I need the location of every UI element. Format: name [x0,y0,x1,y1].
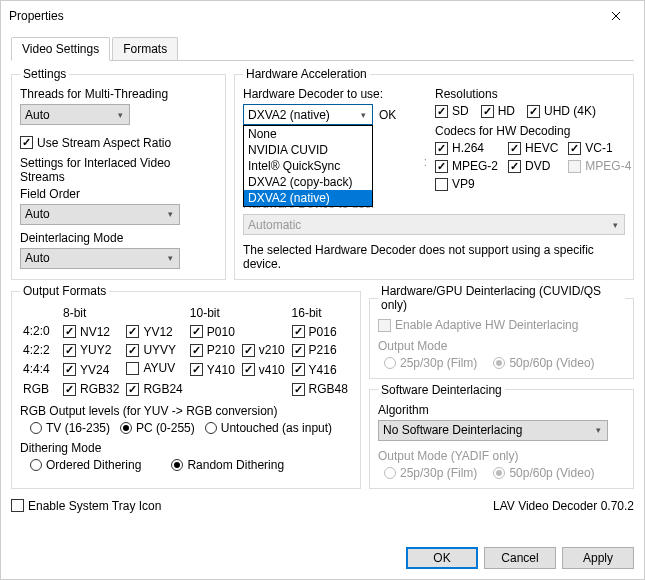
sw-deint-25p-radio: 25p/30p (Film) [384,466,477,480]
codec-vc1-checkbox[interactable]: VC-1 [568,141,631,155]
hw-accel-group: Hardware Acceleration Hardware Decoder t… [234,67,634,280]
chevron-down-icon: ▾ [163,253,177,263]
sw-deint-group: Software Deinterlacing Algorithm No Soft… [369,383,634,489]
hw-deint-adaptive-checkbox: Enable Adaptive HW Deinterlacing [378,318,578,332]
properties-dialog: Properties Video Settings Formats Settin… [0,0,645,580]
hw-deint-25p-radio: 25p/30p (Film) [384,356,477,370]
fmt-uyvy[interactable]: UYVY [126,343,176,357]
tab-bar: Video Settings Formats [11,37,634,61]
codec-hevc-checkbox[interactable]: HEVC [508,141,558,155]
resolutions-legend: Resolutions [435,87,625,101]
fmt-rgb24[interactable]: RGB24 [126,382,182,396]
hw-decoder-opt-dxva2cb[interactable]: DXVA2 (copy-back) [244,174,372,190]
codec-dvd-checkbox[interactable]: DVD [508,159,558,173]
chevron-down-icon: ▾ [356,110,370,120]
hw-decoder-opt-cuvid[interactable]: NVIDIA CUVID [244,142,372,158]
codec-mpeg2-checkbox[interactable]: MPEG-2 [435,159,498,173]
output-legend: Output Formats [20,284,109,298]
hw-deint-output-mode-label: Output Mode [378,339,625,353]
codecs-legend: Codecs for HW Decoding [435,124,625,138]
fmt-p016[interactable]: P016 [292,325,337,339]
fmt-y416[interactable]: Y416 [292,363,337,377]
sw-deint-legend: Software Deinterlacing [378,383,505,397]
hw-deint-legend: Hardware/GPU Deinterlacing (CUVID/QS onl… [378,284,625,312]
fmt-yv12[interactable]: YV12 [126,325,172,339]
chevron-down-icon: ▾ [113,110,127,120]
hw-decoder-dropdown: None NVIDIA CUVID Intel® QuickSync DXVA2… [243,125,373,207]
threads-label: Threads for Multi-Threading [20,87,217,101]
rgb-levels-label: RGB Output levels (for YUV -> RGB conver… [20,404,352,418]
codec-vp9-checkbox[interactable]: VP9 [435,177,498,191]
rgb-pc-radio[interactable]: PC (0-255) [120,421,195,435]
field-order-combo[interactable]: Auto ▾ [20,204,180,225]
hw-decoder-opt-dxva2n[interactable]: DXVA2 (native) [244,190,372,206]
hw-device-note: The selected Hardware Decoder does not s… [243,243,625,271]
fmt-v410[interactable]: v410 [242,363,285,377]
close-button[interactable] [596,2,636,30]
dither-ordered-radio[interactable]: Ordered Dithering [30,458,141,472]
cancel-button[interactable]: Cancel [484,547,556,569]
fmt-v210[interactable]: v210 [242,343,285,357]
hw-deint-50p-radio: 50p/60p (Video) [493,356,594,370]
fmt-yuy2[interactable]: YUY2 [63,343,111,357]
fmt-ayuv[interactable]: AYUV [126,361,175,375]
hw-legend: Hardware Acceleration [243,67,370,81]
hw-device-combo: Automatic ▾ [243,214,625,235]
sw-algo-label: Algorithm [378,403,625,417]
fmt-p210[interactable]: P210 [190,343,235,357]
codec-h264-checkbox[interactable]: H.264 [435,141,498,155]
settings-group: Settings Threads for Multi-Threading Aut… [11,67,226,280]
fmt-rgb32[interactable]: RGB32 [63,382,119,396]
fmt-p216[interactable]: P216 [292,343,337,357]
interlaced-settings-label: Settings for Interlaced Video Streams [20,156,217,184]
tray-icon-checkbox[interactable]: Enable System Tray Icon [11,499,161,513]
chevron-down-icon: ▾ [591,425,605,435]
deint-mode-label: Deinterlacing Mode [20,231,217,245]
threads-combo[interactable]: Auto ▾ [20,104,130,125]
res-uhd-checkbox[interactable]: UHD (4K) [527,104,596,118]
sw-deint-50p-radio: 50p/60p (Video) [493,466,594,480]
dither-label: Dithering Mode [20,441,352,455]
rgb-tv-radio[interactable]: TV (16-235) [30,421,110,435]
fmt-rgb48[interactable]: RGB48 [292,382,348,396]
dither-random-radio[interactable]: Random Dithering [171,458,284,472]
tab-formats[interactable]: Formats [112,37,178,60]
tab-video-settings[interactable]: Video Settings [11,37,110,61]
codec-mpeg4-checkbox[interactable]: MPEG-4 [568,159,631,173]
res-sd-checkbox[interactable]: SD [435,104,469,118]
apply-button[interactable]: Apply [562,547,634,569]
sw-deint-output-mode-label: Output Mode (YADIF only) [378,449,625,463]
sw-algo-combo[interactable]: No Software Deinterlacing ▾ [378,420,608,441]
deint-mode-combo[interactable]: Auto ▾ [20,248,180,269]
hw-decoder-combo[interactable]: DXVA2 (native) ▾ [243,104,373,125]
dialog-buttons: OK Cancel Apply [1,541,644,579]
output-formats-group: Output Formats 8-bit 10-bit 16-bit 4:2:0… [11,284,361,489]
hw-deint-group: Hardware/GPU Deinterlacing (CUVID/QS onl… [369,284,634,379]
hw-decoder-ok: OK [379,108,396,122]
res-hd-checkbox[interactable]: HD [481,104,515,118]
version-label: LAV Video Decoder 0.70.2 [493,499,634,513]
hw-decoder-opt-none[interactable]: None [244,126,372,142]
settings-legend: Settings [20,67,69,81]
ok-button[interactable]: OK [406,547,478,569]
titlebar: Properties [1,1,644,31]
fmt-p010[interactable]: P010 [190,325,235,339]
window-title: Properties [9,9,596,23]
hw-decoder-opt-qs[interactable]: Intel® QuickSync [244,158,372,174]
field-order-label: Field Order [20,187,217,201]
rgb-untouched-radio[interactable]: Untouched (as input) [205,421,332,435]
use-stream-aspect-checkbox[interactable]: Use Stream Aspect Ratio [20,136,171,150]
chevron-down-icon: ▾ [608,220,622,230]
fmt-y410[interactable]: Y410 [190,363,235,377]
fmt-nv12[interactable]: NV12 [63,325,110,339]
hw-decoder-label: Hardware Decoder to use: [243,87,427,101]
close-icon [611,11,621,21]
chevron-down-icon: ▾ [163,209,177,219]
fmt-yv24[interactable]: YV24 [63,363,109,377]
